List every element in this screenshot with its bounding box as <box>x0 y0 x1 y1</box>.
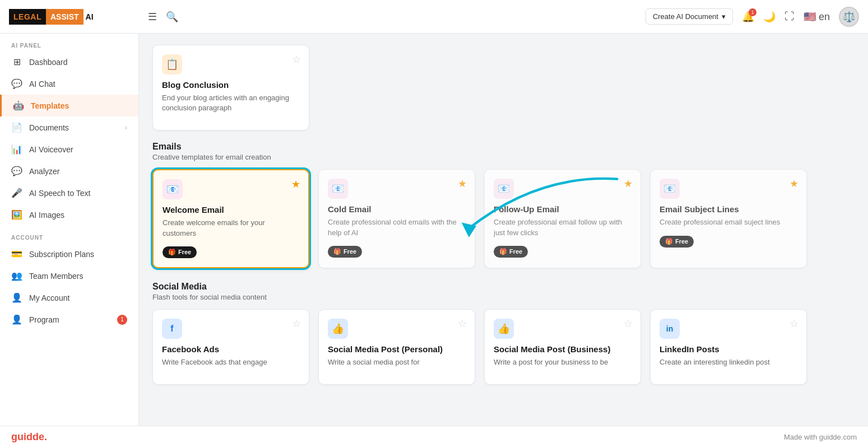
cold-email-star[interactable]: ★ <box>458 178 467 190</box>
sidebar-label-ai-chat: AI Chat <box>29 80 55 88</box>
social-personal-title: Social Media Post (Personal) <box>328 344 466 354</box>
search-icon[interactable]: 🔍 <box>166 11 178 23</box>
analyzer-icon: 💬 <box>11 166 22 176</box>
social-personal-card[interactable]: 👍 ☆ Social Media Post (Personal) Write a… <box>318 309 475 385</box>
follow-up-badge-label: Free <box>509 248 522 255</box>
follow-up-badge[interactable]: 🎁 Free <box>494 246 528 258</box>
follow-up-star[interactable]: ★ <box>624 178 633 190</box>
welcome-email-icon: 📧 <box>163 179 183 199</box>
moon-icon[interactable]: 🌙 <box>763 11 776 23</box>
welcome-email-badge[interactable]: 🎁 Free <box>163 246 197 258</box>
facebook-ads-card[interactable]: f ☆ Facebook Ads Write Facebook ads that… <box>152 309 309 385</box>
sidebar-item-subscription[interactable]: 💳 Subscription Plans <box>0 243 138 265</box>
voiceover-icon: 📊 <box>11 144 22 155</box>
menu-icon[interactable]: ☰ <box>148 11 157 23</box>
linkedin-posts-card[interactable]: in ☆ LinkedIn Posts Create an interestin… <box>650 309 807 385</box>
social-business-card[interactable]: 👍 ☆ Social Media Post (Business) Write a… <box>484 309 641 385</box>
sidebar-item-ai-chat[interactable]: 💬 AI Chat <box>0 73 138 95</box>
sidebar-label-dashboard: Dashboard <box>29 58 68 67</box>
expand-icon[interactable]: ⛶ <box>785 11 795 22</box>
cold-email-icon: 📧 <box>328 179 348 199</box>
sidebar-item-my-account[interactable]: 👤 My Account <box>0 287 138 309</box>
my-account-icon: 👤 <box>11 292 22 303</box>
blog-conclusion-icon: 📋 <box>162 54 182 74</box>
notification-badge: 1 <box>749 8 756 16</box>
language-selector[interactable]: 🇺🇸 en <box>804 11 830 23</box>
bell-icon[interactable]: 🔔 1 <box>742 11 754 23</box>
welcome-email-star[interactable]: ★ <box>291 178 300 190</box>
sidebar-item-templates[interactable]: 🤖 Templates <box>0 95 138 116</box>
cold-email-card[interactable]: 📧 ★ Cold Email Create professional cold … <box>318 169 475 268</box>
cold-email-title: Cold Email <box>328 204 466 214</box>
blog-conclusion-title: Blog Conclusion <box>162 80 300 90</box>
social-business-star[interactable]: ☆ <box>624 318 633 330</box>
documents-icon: 📄 <box>11 122 22 133</box>
welcome-email-card[interactable]: 📧 ★ Welcome Email Create welcome emails … <box>152 169 309 268</box>
sidebar-item-analyzer[interactable]: 💬 Analyzer <box>0 160 138 182</box>
gift-icon: 🎁 <box>499 248 507 255</box>
chat-icon: 💬 <box>11 78 22 89</box>
navbar-left-icons: ☰ 🔍 <box>148 11 178 23</box>
create-ai-document-button[interactable]: Create AI Document ▾ <box>646 8 733 25</box>
thumbsup-personal-icon: 👍 <box>328 319 348 339</box>
program-badge: 1 <box>117 315 127 325</box>
gift-icon: 🎁 <box>665 238 673 245</box>
email-subject-icon: 📧 <box>660 179 680 199</box>
logo-assist: ASSIST <box>46 9 83 25</box>
sidebar-item-ai-speech[interactable]: 🎤 AI Speech to Text <box>0 182 138 204</box>
email-subject-card[interactable]: 📧 ★ Email Subject Lines Create professio… <box>650 169 807 268</box>
main-content: 📋 ☆ Blog Conclusion End your blog articl… <box>139 34 868 448</box>
social-personal-star[interactable]: ☆ <box>458 318 467 330</box>
email-subject-badge[interactable]: 🎁 Free <box>660 236 694 248</box>
sidebar-item-team[interactable]: 👥 Team Members <box>0 265 138 287</box>
sidebar-item-dashboard[interactable]: ⊞ Dashboard <box>0 51 138 73</box>
linkedin-star[interactable]: ☆ <box>790 318 799 330</box>
sidebar-item-documents[interactable]: 📄 Documents › <box>0 116 138 138</box>
chevron-right-icon: › <box>125 124 127 132</box>
thumbsup-business-icon: 👍 <box>494 319 514 339</box>
top-partial-section: 📋 ☆ Blog Conclusion End your blog articl… <box>152 45 855 130</box>
linkedin-icon: in <box>660 319 680 339</box>
blog-conclusion-card[interactable]: 📋 ☆ Blog Conclusion End your blog articl… <box>152 45 309 130</box>
navbar-right: Create AI Document ▾ 🔔 1 🌙 ⛶ 🇺🇸 en ⚖️ <box>646 7 859 27</box>
templates-icon: 🤖 <box>13 100 24 111</box>
cold-email-desc: Create professional cold emails with the… <box>328 217 466 237</box>
facebook-star[interactable]: ☆ <box>292 318 301 330</box>
sidebar-label-documents: Documents <box>29 123 69 132</box>
sidebar-label-ai-voiceover: AI Voiceover <box>29 145 73 154</box>
email-subject-star[interactable]: ★ <box>790 178 799 190</box>
follow-up-email-card[interactable]: 📧 ★ Follow-Up Email Create professional … <box>484 169 641 268</box>
sidebar-label-analyzer: Analyzer <box>29 167 59 176</box>
cold-email-badge-label: Free <box>344 248 356 255</box>
emails-section-title: Emails <box>152 142 855 152</box>
logo-ai: AI <box>83 9 96 25</box>
sidebar-label-ai-images: AI Images <box>29 211 64 220</box>
sidebar-label-program: Program <box>29 315 59 324</box>
guidde-logo: guidde. <box>11 431 47 443</box>
ai-panel-label: AI PANEL <box>0 34 138 51</box>
welcome-email-title: Welcome Email <box>163 205 299 214</box>
facebook-title: Facebook Ads <box>162 344 300 354</box>
linkedin-desc: Create an interesting linkedin post <box>660 357 797 367</box>
program-icon: 👤 <box>11 314 22 325</box>
sidebar-label-subscription: Subscription Plans <box>29 250 94 259</box>
sidebar-item-ai-voiceover[interactable]: 📊 AI Voiceover <box>0 138 138 160</box>
follow-up-desc: Create professional email follow up with… <box>494 217 632 237</box>
app-logo[interactable]: LEGAL ASSIST AI <box>9 9 143 25</box>
avatar[interactable]: ⚖️ <box>839 7 859 27</box>
email-subject-desc: Create professional email suject lines <box>660 217 797 227</box>
social-business-title: Social Media Post (Business) <box>494 344 632 354</box>
sidebar-label-ai-speech: AI Speech to Text <box>29 189 90 198</box>
email-subject-badge-label: Free <box>675 238 688 245</box>
cold-email-badge[interactable]: 🎁 Free <box>328 246 362 258</box>
blog-conclusion-star[interactable]: ☆ <box>292 53 301 66</box>
email-subject-title: Email Subject Lines <box>660 204 797 214</box>
account-label: ACCOUNT <box>0 226 138 243</box>
sidebar-item-ai-images[interactable]: 🖼️ AI Images <box>0 204 138 226</box>
sidebar-label-templates: Templates <box>31 101 69 110</box>
images-icon: 🖼️ <box>11 209 22 220</box>
emails-section-subtitle: Creative templates for email creation <box>152 153 855 161</box>
team-icon: 👥 <box>11 270 22 281</box>
sidebar-item-program[interactable]: 👤 Program 1 <box>0 309 138 330</box>
social-personal-desc: Write a social media post for <box>328 357 466 367</box>
